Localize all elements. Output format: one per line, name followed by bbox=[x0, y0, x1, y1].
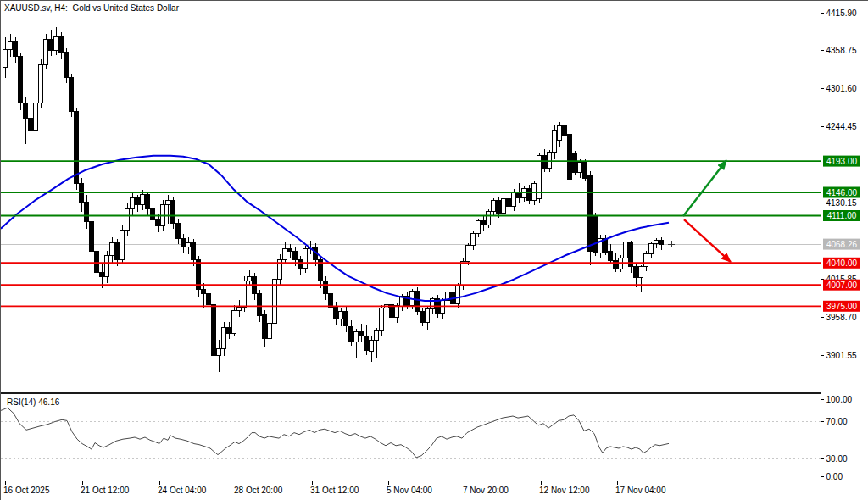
candle-bear bbox=[176, 224, 181, 239]
candle-bull bbox=[248, 277, 252, 281]
candle-bull bbox=[471, 234, 476, 246]
time-scale[interactable] bbox=[1, 481, 868, 500]
candle-bull bbox=[34, 103, 38, 131]
candle-bear bbox=[497, 201, 501, 214]
candle-bear bbox=[349, 326, 353, 342]
candle-bear bbox=[573, 153, 577, 172]
candle-bull bbox=[44, 40, 48, 65]
candle-bear bbox=[593, 216, 598, 253]
candle-bear bbox=[542, 156, 547, 169]
candle-bull bbox=[110, 243, 114, 256]
candle-bear bbox=[588, 175, 593, 252]
candle-bull bbox=[54, 37, 58, 51]
candle-bear bbox=[90, 222, 94, 252]
candle-bull bbox=[375, 331, 379, 341]
candle-bull bbox=[466, 246, 470, 262]
candle-bull bbox=[303, 249, 308, 269]
candle-bear bbox=[258, 294, 262, 315]
candle-bear bbox=[359, 332, 364, 336]
rsi-line bbox=[1, 408, 669, 458]
rsi-indicator-label: RSI(14) 46.16 bbox=[7, 397, 59, 407]
candle-bull bbox=[354, 332, 359, 342]
candle-bear bbox=[181, 239, 186, 247]
candle-bear bbox=[634, 267, 638, 278]
candle-bear bbox=[288, 249, 292, 252]
candle-bear bbox=[263, 315, 267, 339]
candle-bear bbox=[227, 328, 231, 334]
candle-bull bbox=[237, 307, 242, 311]
candle-bear bbox=[329, 294, 333, 307]
candle-bear bbox=[156, 220, 160, 226]
candle-bear bbox=[29, 119, 33, 131]
candle-bull bbox=[339, 312, 343, 319]
candle-bear bbox=[146, 195, 150, 209]
candle-bear bbox=[507, 199, 511, 207]
candle-bear bbox=[364, 336, 369, 351]
candle-bear bbox=[614, 261, 618, 269]
candle-bear bbox=[192, 243, 196, 260]
candle-bull bbox=[8, 42, 13, 50]
candle-bear bbox=[659, 241, 664, 244]
candle-bear bbox=[583, 163, 587, 179]
candle-bear bbox=[202, 290, 206, 294]
candle-bull bbox=[217, 349, 221, 356]
candle-bull bbox=[639, 267, 643, 278]
candle-bear bbox=[75, 112, 79, 184]
candle-bull bbox=[461, 262, 465, 286]
candle-bull bbox=[273, 280, 277, 324]
candle-bull bbox=[441, 301, 445, 314]
candle-bull bbox=[553, 131, 557, 153]
candle-bull bbox=[232, 311, 236, 334]
candle-bull bbox=[558, 126, 562, 141]
candle-bear bbox=[151, 209, 155, 220]
candle-bull bbox=[426, 309, 430, 323]
candle-bull bbox=[39, 65, 43, 103]
price-chart-canvas[interactable]: 4415.904358.754301.604244.454130.154015.… bbox=[1, 1, 868, 500]
candle-bull bbox=[120, 231, 125, 260]
candle-bull bbox=[395, 306, 399, 318]
candle-bear bbox=[415, 292, 420, 312]
candle-bear bbox=[481, 221, 486, 225]
candle-bear bbox=[420, 312, 425, 323]
candle-bear bbox=[293, 252, 298, 260]
candle-bull bbox=[268, 324, 272, 339]
trend-arrow-up bbox=[683, 160, 726, 216]
price-scale[interactable] bbox=[821, 1, 868, 481]
candle-bear bbox=[59, 37, 64, 53]
candle-bull bbox=[502, 199, 506, 214]
candle-bull bbox=[492, 201, 496, 212]
candle-bear bbox=[95, 252, 99, 273]
candle-bear bbox=[212, 305, 216, 356]
candle-bull bbox=[131, 198, 135, 209]
candle-bull bbox=[222, 328, 226, 349]
candle-bear bbox=[100, 273, 104, 277]
candle-bull bbox=[654, 241, 659, 244]
trend-arrow-down bbox=[684, 219, 731, 262]
candle-bull bbox=[512, 192, 516, 207]
candle-bear bbox=[344, 312, 348, 326]
candle-bear bbox=[70, 78, 74, 112]
candle-bear bbox=[115, 243, 120, 260]
candle-bear bbox=[171, 201, 175, 224]
candle-bull bbox=[624, 242, 628, 258]
candle-bear bbox=[568, 135, 572, 180]
candle-bull bbox=[522, 189, 526, 198]
chart-title: XAUUSD.sv, H4: Gold vs United States Dol… bbox=[4, 3, 179, 13]
candle-bear bbox=[19, 57, 23, 103]
candle-bear bbox=[334, 307, 338, 319]
candle-bull bbox=[283, 249, 287, 260]
candle-bull bbox=[456, 286, 460, 304]
candle-bull bbox=[166, 201, 170, 205]
candle-bull bbox=[141, 195, 145, 205]
candle-bull bbox=[578, 163, 582, 173]
candle-bear bbox=[136, 198, 140, 205]
candle-bull bbox=[476, 221, 481, 234]
candle-bear bbox=[324, 281, 328, 294]
candle-bear bbox=[64, 53, 69, 78]
candle-bull bbox=[3, 50, 8, 68]
candle-bull bbox=[186, 243, 191, 247]
candle-bull bbox=[370, 340, 374, 351]
candle-bull bbox=[125, 209, 130, 231]
candle-bear bbox=[24, 103, 28, 119]
candle-bear bbox=[298, 260, 303, 269]
